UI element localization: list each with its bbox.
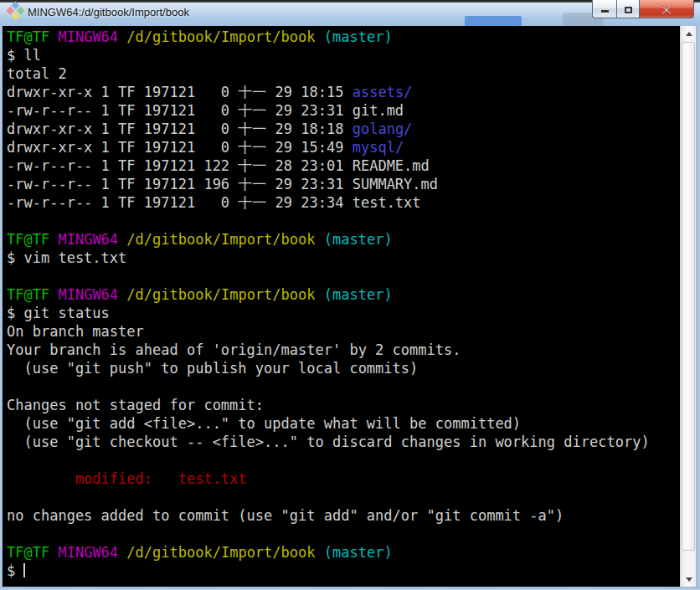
terminal-line: drwxr-xr-x 1 TF 197121 0 十一 29 15:49 mys… <box>7 138 650 156</box>
terminal-line: $ vim test.txt <box>7 249 650 267</box>
window-title: MINGW64:/d/gitbook/Import/book <box>28 6 189 18</box>
window-border <box>696 26 700 587</box>
terminal-line: drwxr-xr-x 1 TF 197121 0 十一 29 18:18 gol… <box>7 120 650 138</box>
terminal-window: MINGW64:/d/gitbook/Import/book TF@TF MIN… <box>0 0 700 590</box>
maximize-icon <box>625 7 632 13</box>
terminal-line: -rw-r--r-- 1 TF 197121 122 十一 28 23:01 R… <box>7 156 650 175</box>
terminal-line: (use "git push" to publish your local co… <box>7 359 650 377</box>
terminal-cursor <box>23 563 25 577</box>
terminal-line <box>7 377 650 396</box>
terminal-line: TF@TF MINGW64 /d/gitbook/Import/book (ma… <box>7 543 650 562</box>
terminal-line: (use "git add <file>..." to update what … <box>7 414 650 433</box>
terminal-screen[interactable]: TF@TF MINGW64 /d/gitbook/Import/book (ma… <box>3 26 680 587</box>
terminal-line <box>7 267 650 285</box>
terminal-line: no changes added to commit (use "git add… <box>7 506 650 525</box>
terminal-line: -rw-r--r-- 1 TF 197121 0 十一 29 23:34 tes… <box>7 193 650 212</box>
scrollbar[interactable] <box>680 26 696 587</box>
terminal-line: drwxr-xr-x 1 TF 197121 0 十一 29 18:15 ass… <box>7 83 650 101</box>
minimize-icon <box>601 10 609 13</box>
maximize-button[interactable] <box>616 0 639 18</box>
close-button[interactable] <box>639 0 694 18</box>
terminal-line: TF@TF MINGW64 /d/gitbook/Import/book (ma… <box>7 28 650 46</box>
window-controls <box>592 0 694 18</box>
window-border <box>0 26 3 587</box>
terminal-line: (use "git checkout -- <file>..." to disc… <box>7 433 650 451</box>
terminal-line: -rw-r--r-- 1 TF 197121 0 十一 29 23:31 git… <box>7 101 650 120</box>
terminal-line <box>7 451 650 469</box>
minimize-button[interactable] <box>592 0 616 18</box>
terminal-line <box>7 525 650 543</box>
terminal-line: Your branch is ahead of 'origin/master' … <box>7 341 650 359</box>
terminal-output: TF@TF MINGW64 /d/gitbook/Import/book (ma… <box>7 28 650 580</box>
close-icon <box>661 5 672 15</box>
titlebar-glass-reflection <box>465 16 522 26</box>
scrollbar-thumb[interactable] <box>682 42 695 551</box>
scroll-up-arrow-icon <box>686 32 692 36</box>
terminal-line: total 2 <box>7 64 650 83</box>
terminal-line: -rw-r--r-- 1 TF 197121 196 十一 29 23:31 S… <box>7 175 650 193</box>
scroll-down-button[interactable] <box>681 572 697 587</box>
terminal-line: TF@TF MINGW64 /d/gitbook/Import/book (ma… <box>7 285 650 304</box>
terminal-line: On branch master <box>7 322 650 341</box>
terminal-line: TF@TF MINGW64 /d/gitbook/Import/book (ma… <box>7 230 650 249</box>
scroll-up-button[interactable] <box>681 26 697 41</box>
scroll-down-arrow-icon <box>686 577 692 582</box>
terminal-line: modified: test.txt <box>7 469 650 488</box>
terminal-line <box>7 212 650 230</box>
window-border <box>0 587 700 590</box>
terminal-line <box>7 488 650 506</box>
terminal-line: $ ll <box>7 46 650 64</box>
terminal-line: $ <box>7 562 650 580</box>
terminal-line: $ git status <box>7 304 650 322</box>
terminal-line: Changes not staged for commit: <box>7 396 650 414</box>
